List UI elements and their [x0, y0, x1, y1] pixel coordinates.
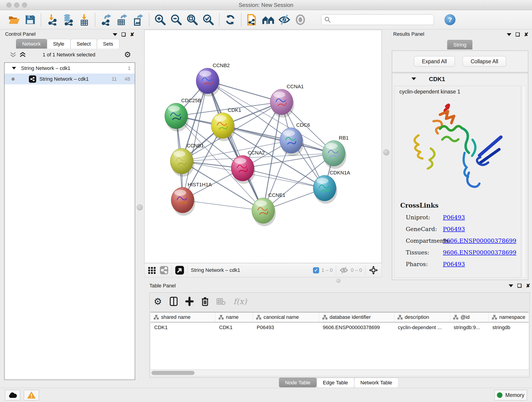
search-input[interactable] — [331, 17, 427, 23]
tab-network-table[interactable]: Network Table — [354, 378, 399, 387]
detach-view-icon[interactable] — [175, 266, 184, 275]
table-options-gear-icon[interactable]: ⚙ — [154, 296, 162, 307]
collection-expand-icon[interactable] — [12, 67, 16, 70]
tab-node-table[interactable]: Node Table — [279, 378, 317, 387]
tab-sets[interactable]: Sets — [97, 39, 119, 49]
gene-symbol: CDK1 — [429, 76, 445, 83]
show-columns-icon[interactable] — [170, 297, 177, 306]
node-HIST1H1A[interactable]: HIST1H1A — [171, 182, 212, 216]
zoom-selected-button[interactable] — [202, 13, 215, 26]
refresh-view-button[interactable] — [224, 13, 237, 26]
column-header[interactable]: name — [215, 313, 253, 322]
tab-select[interactable]: Select — [70, 39, 97, 49]
close-panel-icon[interactable]: ✘ — [524, 32, 528, 38]
network-view-canvas[interactable]: CCNB2CCNA1CDC25BCDK1CDC6RB1CCNB1CCNA2CDK… — [144, 30, 382, 263]
hide-selected-button[interactable] — [278, 13, 291, 26]
panel-menu-icon[interactable] — [507, 33, 511, 36]
toolbar-separator — [95, 13, 95, 26]
table-row[interactable]: CDK1 CDK1 P06493 9606.ENSP00000378699 cy… — [151, 322, 529, 332]
panel-menu-icon[interactable] — [113, 33, 117, 36]
column-header[interactable]: @id — [450, 313, 489, 322]
network-row-selected[interactable]: String Network – cdk1 11 48 — [5, 74, 135, 84]
first-neighbors-button[interactable] — [262, 13, 275, 26]
zoom-fit-button[interactable] — [186, 13, 199, 26]
table-cell[interactable]: 9606.ENSP00000378699 — [319, 322, 394, 332]
grid-view-icon[interactable] — [148, 266, 156, 274]
cloud-status-button[interactable] — [5, 390, 20, 400]
zoom-in-button[interactable] — [153, 13, 167, 26]
search-field[interactable] — [321, 14, 434, 25]
gene-section-collapse-icon[interactable] — [412, 77, 416, 80]
close-panel-icon[interactable]: ✘ — [130, 32, 134, 38]
zoom-selected-icon — [202, 14, 214, 26]
export-image-button[interactable] — [132, 13, 145, 26]
scrollbar-thumb[interactable] — [152, 371, 195, 375]
import-network-database-button[interactable] — [61, 13, 75, 26]
left-splitter-handle[interactable] — [137, 204, 143, 211]
float-panel-icon[interactable]: ❑ — [517, 283, 522, 289]
crosslink-link[interactable]: P06493 — [443, 261, 465, 268]
table-cell[interactable]: CDK1 — [215, 322, 253, 332]
results-scrollbar[interactable] — [522, 86, 526, 278]
protein-structure-image — [407, 99, 508, 196]
warning-status-button[interactable] — [24, 390, 39, 400]
pan-crosshair-icon[interactable] — [369, 265, 378, 275]
export-table-button[interactable] — [115, 13, 129, 26]
toolbar-separator — [219, 13, 220, 26]
column-header[interactable]: description — [394, 313, 450, 322]
table-cell[interactable]: stringdb:9... — [450, 322, 489, 332]
network-status-dot — [12, 77, 15, 81]
zoom-out-button[interactable] — [170, 13, 183, 26]
help-button[interactable]: ? — [444, 14, 456, 25]
show-all-button[interactable] — [294, 13, 307, 26]
export-network-icon — [100, 14, 112, 26]
column-header[interactable]: shared name — [151, 313, 215, 322]
node-CDK1[interactable]: CDK1 — [211, 107, 241, 141]
node-label-CCNA2: CCNA2 — [248, 150, 265, 156]
network-options-gear-icon[interactable]: ⚙ — [124, 50, 131, 59]
create-column-plus-icon[interactable] — [185, 297, 194, 306]
float-panel-icon[interactable]: ❑ — [121, 32, 126, 38]
tab-style[interactable]: Style — [47, 39, 70, 49]
crosslink-link[interactable]: 9606.ENSP00000378699 — [443, 249, 516, 256]
delete-column-trash-icon[interactable] — [201, 297, 209, 306]
panel-menu-icon[interactable] — [509, 284, 513, 287]
import-table-file-button[interactable] — [77, 13, 91, 26]
crosslink-link[interactable]: P06493 — [443, 214, 465, 221]
selected-checkbox[interactable]: ✓ — [313, 267, 319, 274]
collapse-all-button[interactable]: Collapse All — [462, 56, 506, 67]
right-splitter-handle[interactable] — [383, 149, 389, 155]
table-cell[interactable]: stringdb — [489, 322, 529, 332]
column-header[interactable]: namespace — [489, 313, 529, 322]
tab-edge-table[interactable]: Edge Table — [317, 378, 354, 387]
open-in-browser-button[interactable] — [246, 13, 259, 26]
node-CDC6[interactable]: CDC6 — [280, 122, 310, 156]
crosslink-link[interactable]: P06493 — [443, 226, 465, 232]
node-CCNB2[interactable]: CCNB2 — [196, 63, 230, 96]
network-collection-list: String Network – cdk1 1 String Network –… — [4, 62, 135, 380]
expand-all-button[interactable]: Expand All — [414, 56, 455, 67]
column-header[interactable]: database identifier — [319, 313, 394, 322]
table-cell[interactable]: CDK1 — [151, 322, 215, 332]
node-RB1[interactable]: RB1 — [322, 135, 349, 169]
table-cell[interactable]: cyclin-dependent ... — [394, 322, 450, 332]
crosslink-link[interactable]: 9606.ENSP00000378699 — [443, 237, 516, 244]
tab-string[interactable]: String — [447, 40, 472, 50]
table-cell[interactable]: P06493 — [253, 322, 319, 332]
save-session-button[interactable] — [23, 13, 37, 26]
float-panel-icon[interactable]: ❑ — [515, 32, 520, 38]
network-view-mode-icon[interactable] — [160, 266, 168, 274]
memory-button[interactable]: Memory — [494, 390, 527, 400]
table-horizontal-scrollbar[interactable] — [151, 370, 529, 376]
edge-CDK1-RB1[interactable] — [223, 126, 334, 153]
node-CDKN1A[interactable]: CDKN1A — [313, 170, 350, 204]
node-CDC25B[interactable]: CDC25B — [165, 98, 201, 132]
network-collection-row[interactable]: String Network – cdk1 1 — [5, 63, 135, 74]
import-network-file-button[interactable] — [45, 13, 59, 26]
tab-network[interactable]: Network — [16, 39, 47, 49]
column-header[interactable]: canonical name — [253, 313, 319, 322]
node-CCNA1[interactable]: CCNA1 — [270, 84, 304, 118]
export-network-button[interactable] — [99, 13, 113, 26]
close-panel-icon[interactable]: ✘ — [526, 283, 530, 289]
open-session-button[interactable] — [7, 13, 21, 26]
